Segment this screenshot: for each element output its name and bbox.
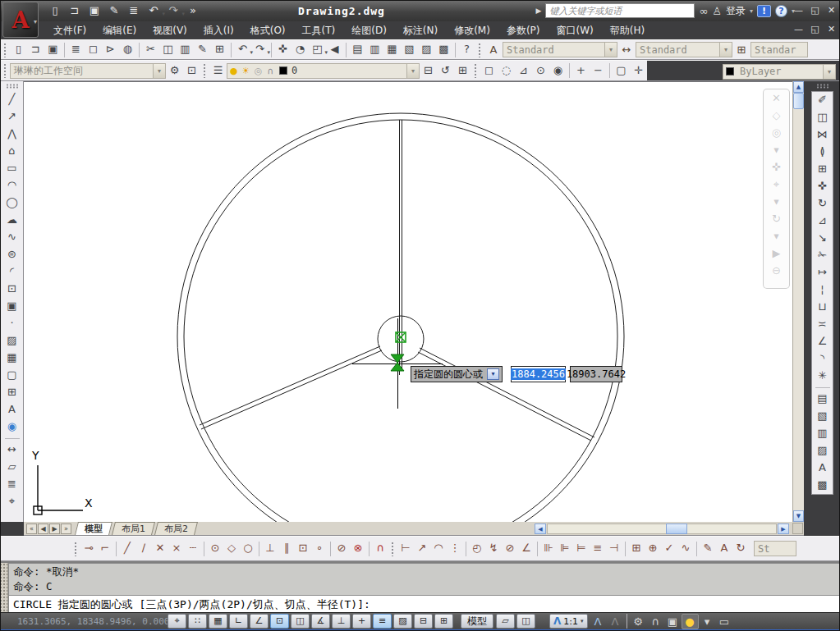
- region-icon[interactable]: ▢: [3, 367, 21, 384]
- infocenter-search-input[interactable]: [545, 3, 695, 18]
- copy-icon[interactable]: ◫: [159, 41, 177, 58]
- markup-set-manager-icon[interactable]: ▨: [418, 41, 435, 58]
- scroll-up-icon[interactable]: ▲: [793, 81, 804, 93]
- object-snap-toggle[interactable]: ⊡: [270, 614, 289, 629]
- toolbar-grip[interactable]: [3, 63, 7, 78]
- zoom-previous-icon[interactable]: ◀: [326, 41, 343, 58]
- text-to-front-icon[interactable]: A: [814, 460, 831, 477]
- layer-properties-manager-icon[interactable]: ☰: [209, 62, 227, 80]
- snap-tangent-icon[interactable]: ○: [240, 540, 256, 557]
- menu-item[interactable]: 帮助(H): [602, 22, 653, 39]
- previous-tab-icon[interactable]: ◀: [38, 524, 48, 534]
- ellipse-icon[interactable]: ⊜: [3, 246, 21, 263]
- coordinate-display[interactable]: 1631.3065, 18348.9496, 0.0000: [4, 616, 165, 627]
- radius-dimension-icon[interactable]: ◴: [469, 540, 485, 557]
- move-icon[interactable]: ✜: [814, 178, 831, 195]
- grid-display-toggle[interactable]: ▦: [209, 614, 227, 629]
- steering-wheel-icon[interactable]: ◎: [767, 125, 787, 142]
- insert-block-icon[interactable]: ⊡: [3, 281, 21, 298]
- publish-icon[interactable]: ◍: [119, 41, 136, 58]
- open-file-icon[interactable]: ⊐: [27, 41, 44, 58]
- undo-icon[interactable]: ↶▾: [144, 2, 163, 20]
- show-motion-icon[interactable]: ▶: [767, 245, 787, 263]
- snap-node-icon[interactable]: ∘: [311, 540, 328, 557]
- more-commands-icon[interactable]: »: [183, 2, 203, 20]
- rectangle-icon[interactable]: ▭: [3, 160, 21, 177]
- pan-icon[interactable]: ✜: [767, 159, 787, 176]
- tab-layout2[interactable]: 布局2: [154, 522, 198, 535]
- ordinate-icon[interactable]: ⋮: [447, 540, 463, 557]
- tab-layout1[interactable]: 布局1: [112, 522, 155, 535]
- quick-view-drawings-icon[interactable]: ◫: [516, 614, 535, 629]
- hardware-acceleration-icon[interactable]: ▣: [664, 614, 682, 629]
- snap-apparent-intersection-icon[interactable]: ×: [168, 540, 185, 557]
- quick-properties-toggle[interactable]: ⊟: [414, 614, 433, 629]
- tooltip-options-icon[interactable]: ▾: [487, 368, 499, 380]
- doc-restore-button[interactable]: ◱: [810, 24, 820, 34]
- inspection-icon[interactable]: ✓: [661, 540, 677, 557]
- menu-item[interactable]: 绘图(D): [343, 22, 395, 39]
- chevron-down-icon[interactable]: ▾: [823, 65, 835, 79]
- print-icon[interactable]: ≣: [124, 2, 144, 20]
- communication-center-icon[interactable]: !: [757, 5, 771, 17]
- chevron-down-icon[interactable]: ▾: [153, 64, 165, 78]
- quick-calc-icon[interactable]: ▩: [435, 41, 452, 58]
- offset-icon[interactable]: ≬: [814, 144, 831, 161]
- workspace-settings-icon[interactable]: ⚙: [166, 62, 183, 80]
- snap-mode-toggle[interactable]: ∷: [188, 614, 207, 629]
- command-window-grip[interactable]: [1, 563, 8, 612]
- measure-distance-icon[interactable]: ↔: [3, 441, 21, 459]
- workspace-select[interactable]: 琳琳的工作空间 ▾: [10, 63, 166, 79]
- construction-line-icon[interactable]: ↗: [3, 108, 21, 126]
- toolbar-grip[interactable]: [74, 542, 78, 556]
- layer-viewport-freeze-icon[interactable]: ◎: [252, 66, 264, 76]
- sheet-set-manager-icon[interactable]: ▧: [401, 41, 418, 58]
- menu-item[interactable]: 格式(O): [242, 22, 294, 39]
- toolbar-grip[interactable]: [474, 63, 478, 78]
- arc-icon[interactable]: ◠: [3, 177, 21, 194]
- annotation-visibility-icon[interactable]: Λ: [590, 614, 607, 629]
- zoom-all-icon[interactable]: ▢: [613, 62, 630, 80]
- save-as-icon[interactable]: ✎: [104, 2, 124, 20]
- design-center-icon[interactable]: ▥: [366, 41, 383, 58]
- snap-insert-icon[interactable]: ⊡: [295, 540, 311, 557]
- extend-icon[interactable]: ↦: [814, 264, 831, 281]
- toolbar-grip[interactable]: [3, 43, 7, 57]
- undo-icon[interactable]: ↶▾: [234, 41, 251, 58]
- zoom-menu-icon[interactable]: ▾: [767, 194, 787, 211]
- help-icon[interactable]: ?: [775, 5, 787, 17]
- transparency-toggle[interactable]: ▨: [393, 614, 412, 629]
- zoom-realtime-icon[interactable]: ◔: [291, 41, 309, 58]
- user-icon[interactable]: ♙: [712, 5, 722, 17]
- pan-icon[interactable]: ✜: [274, 41, 291, 58]
- dimension-edit-icon[interactable]: ✎: [700, 540, 716, 557]
- object-snap-tracking-toggle[interactable]: ∡: [311, 614, 330, 629]
- snap-none-icon[interactable]: ⊗: [350, 540, 366, 557]
- orbit-menu-icon[interactable]: ▾: [767, 228, 787, 245]
- scroll-left-icon[interactable]: ◀: [535, 524, 546, 534]
- hatch-to-back-icon[interactable]: ▩: [814, 477, 831, 494]
- dynamic-input-toggle[interactable]: +: [352, 614, 371, 629]
- minimize-button[interactable]: —: [793, 5, 804, 16]
- application-menu-button[interactable]: A ▾: [2, 2, 39, 38]
- tray-menu-icon[interactable]: ▾: [699, 614, 716, 629]
- list-icon[interactable]: ≣: [3, 476, 21, 493]
- measure-area-icon[interactable]: ▱: [3, 459, 21, 476]
- linear-dimension-icon[interactable]: ⊢: [397, 540, 414, 557]
- match-properties-icon[interactable]: ✎: [194, 41, 211, 58]
- color-select[interactable]: ByLayer ▾: [723, 64, 836, 80]
- add-selected-icon[interactable]: ◉: [3, 418, 21, 436]
- layer-states-icon[interactable]: ⊟: [420, 62, 437, 80]
- layer-previous-icon[interactable]: ↺: [437, 62, 454, 80]
- doc-close-button[interactable]: ✕: [826, 24, 837, 34]
- close-button[interactable]: ✕: [826, 5, 837, 16]
- snap-perpendicular-icon[interactable]: ⊥: [262, 540, 278, 557]
- angular-dimension-icon[interactable]: ∠: [518, 540, 535, 557]
- block-editor-icon[interactable]: ⊞: [211, 41, 228, 58]
- infocenter-expand-icon[interactable]: ▶: [536, 7, 542, 15]
- menu-item[interactable]: 编辑(E): [94, 22, 145, 39]
- snap-center-icon[interactable]: ⊙: [207, 540, 223, 557]
- dimension-break-icon[interactable]: ⊣: [606, 540, 622, 557]
- snap-endpoint-icon[interactable]: ╱: [119, 540, 135, 557]
- annotation-autoscale-icon[interactable]: Λ: [607, 614, 624, 629]
